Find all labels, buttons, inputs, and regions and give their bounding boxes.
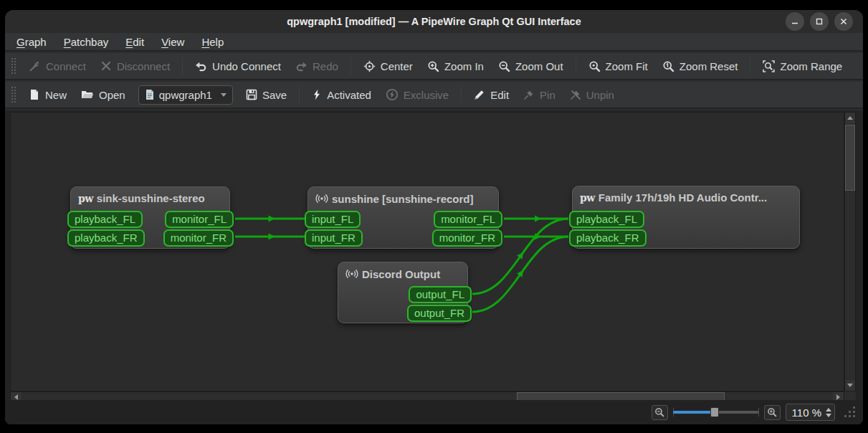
scroll-left-icon <box>14 394 18 400</box>
save-icon <box>246 89 257 100</box>
undo-connect-button[interactable]: Undo Connect <box>188 56 288 77</box>
zoom-range-button[interactable]: Zoom Range <box>755 56 849 77</box>
unpin-button[interactable]: Unpin <box>563 85 621 105</box>
spinbox-arrows[interactable] <box>826 408 831 417</box>
menu-view[interactable]: View <box>153 34 193 49</box>
toolbar-drag-handle[interactable] <box>11 86 16 103</box>
node-sunshine[interactable]: sunshine [sunshine-record] input_FL inpu… <box>307 186 499 249</box>
close-icon <box>839 17 848 26</box>
zoom-out-icon <box>654 407 664 417</box>
activated-toggle[interactable]: Activated <box>305 85 378 105</box>
scroll-up-icon <box>847 116 853 120</box>
node-family-hd-audio[interactable]: pw Family 17h/19h HD Audio Contr... play… <box>572 186 800 249</box>
node-title: sunshine [sunshine-record] <box>332 193 474 205</box>
save-button[interactable]: Save <box>239 85 294 105</box>
connection-cables <box>11 113 844 391</box>
minimize-button[interactable] <box>786 12 804 31</box>
port-output-fr[interactable]: output_FR <box>407 305 472 322</box>
toolbar-drag-handle[interactable] <box>11 57 16 75</box>
minimize-icon <box>791 17 799 26</box>
unpin-icon <box>570 89 581 100</box>
disconnect-button[interactable]: Disconnect <box>93 56 177 77</box>
zoom-fit-button[interactable]: Zoom Fit <box>581 56 655 77</box>
patchbay-file-icon <box>145 89 155 100</box>
graph-view: pw sink-sunshine-stereo playback_FL play… <box>5 110 863 400</box>
window-resize-grip[interactable] <box>844 406 856 418</box>
node-title: Discord Output <box>362 268 440 280</box>
scroll-up-button[interactable] <box>845 113 855 123</box>
zoom-out-button[interactable]: Zoom Out <box>491 56 571 77</box>
zoom-in-icon <box>767 407 777 417</box>
edit-pencil-icon <box>474 89 485 100</box>
port-playback-fr[interactable]: playback_FR <box>569 229 647 247</box>
menu-patchbay[interactable]: Patchbay <box>55 34 118 49</box>
center-icon <box>363 60 376 72</box>
port-monitor-fr[interactable]: monitor_FR <box>432 229 502 247</box>
stream-icon <box>345 267 358 280</box>
port-monitor-fr[interactable]: monitor_FR <box>163 229 234 247</box>
zoom-in-icon <box>427 60 439 72</box>
port-playback-fl[interactable]: playback_FL <box>569 211 644 228</box>
close-button[interactable] <box>834 12 853 31</box>
title-bar[interactable]: qpwgraph1 [modified] — A PipeWire Graph … <box>5 10 863 33</box>
window-title: qpwgraph1 [modified] — A PipeWire Graph … <box>5 10 863 33</box>
node-sink-sunshine-stereo[interactable]: pw sink-sunshine-stereo playback_FL play… <box>70 186 230 249</box>
toolbar-separator <box>350 57 351 75</box>
toolbar-file-patchbay: New Open qpwgraph1 <box>5 82 863 109</box>
combo-dropdown-arrow-icon <box>221 93 226 97</box>
menu-help[interactable]: Help <box>193 34 232 49</box>
pin-icon <box>523 89 535 100</box>
pipewire-icon: pw <box>580 193 595 203</box>
vertical-scrollbar[interactable] <box>844 112 856 391</box>
status-zoom-in-button[interactable] <box>764 405 781 420</box>
redo-icon <box>295 60 307 72</box>
toolbar-separator <box>461 86 462 103</box>
scroll-right-icon <box>836 394 840 400</box>
zoom-reset-icon <box>662 60 674 72</box>
port-monitor-fl[interactable]: monitor_FL <box>434 211 502 228</box>
graph-canvas[interactable]: pw sink-sunshine-stereo playback_FL play… <box>10 112 844 391</box>
vertical-scroll-thumb[interactable] <box>845 125 855 191</box>
exclusive-toggle[interactable]: Exclusive <box>378 84 456 105</box>
toolbar-separator <box>576 57 576 75</box>
zoom-in-button[interactable]: Zoom In <box>420 56 491 77</box>
menu-graph[interactable]: Graph <box>8 34 55 49</box>
zoom-slider-handle[interactable] <box>710 407 719 417</box>
port-input-fr[interactable]: input_FR <box>305 229 363 247</box>
maximize-icon <box>815 17 824 26</box>
app-window: qpwgraph1 [modified] — A PipeWire Graph … <box>5 10 863 424</box>
node-discord-output[interactable]: Discord Output output_FL output_FR <box>338 262 468 323</box>
pipewire-icon: pw <box>78 194 93 204</box>
zoom-percent-spinbox[interactable]: 110 % <box>786 404 835 421</box>
zoom-fit-icon <box>588 60 601 72</box>
zoom-slider[interactable] <box>673 405 759 419</box>
scroll-down-button[interactable] <box>845 380 855 391</box>
patchbay-file-combo[interactable]: qpwgraph1 <box>138 85 233 105</box>
exclusive-icon <box>386 88 399 101</box>
port-monitor-fl[interactable]: monitor_FL <box>165 211 234 228</box>
zoom-out-icon <box>498 60 510 72</box>
node-title: sink-sunshine-stereo <box>97 192 205 204</box>
new-button[interactable]: New <box>22 85 74 105</box>
menu-edit[interactable]: Edit <box>117 34 153 49</box>
disconnect-icon <box>100 60 112 72</box>
pin-button[interactable]: Pin <box>516 85 563 105</box>
center-button[interactable]: Center <box>356 56 420 77</box>
patchbay-file-name: qpwgraph1 <box>159 89 212 101</box>
connect-button[interactable]: Connect <box>22 56 93 77</box>
port-playback-fl[interactable]: playback_FL <box>67 211 143 228</box>
toolbar-separator <box>299 86 300 103</box>
port-input-fl[interactable]: input_FL <box>305 211 361 228</box>
zoom-range-icon <box>763 60 775 72</box>
node-title: Family 17h/19h HD Audio Contr... <box>598 191 767 204</box>
redo-button[interactable]: Redo <box>288 56 345 77</box>
spin-up-icon <box>826 408 831 411</box>
port-output-fl[interactable]: output_FL <box>409 286 472 303</box>
port-playback-fr[interactable]: playback_FR <box>67 229 145 247</box>
zoom-reset-button[interactable]: Zoom Reset <box>655 56 745 77</box>
edit-button[interactable]: Edit <box>467 85 516 105</box>
open-button[interactable]: Open <box>74 85 133 105</box>
zoom-slider-fill <box>673 411 713 414</box>
maximize-button[interactable] <box>810 12 829 31</box>
status-zoom-out-button[interactable] <box>652 405 668 420</box>
